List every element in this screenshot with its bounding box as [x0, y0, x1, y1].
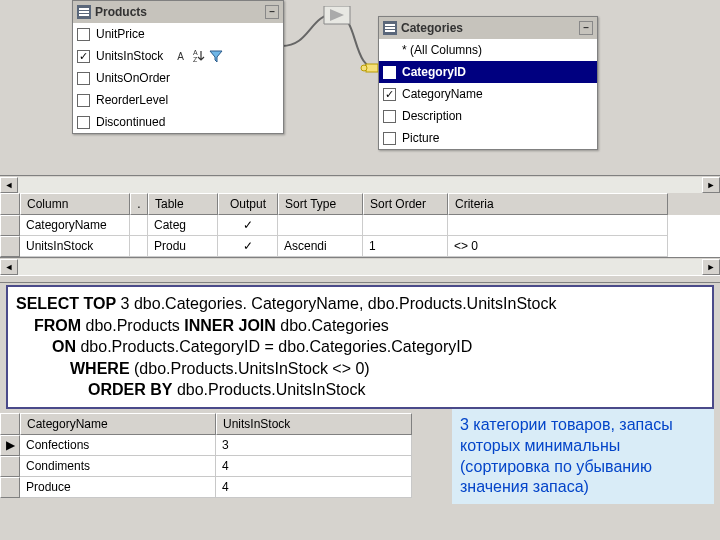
field-list-categories[interactable]: * (All Columns) CategoryID CategoryName …	[379, 39, 597, 149]
field-row[interactable]: CategoryName	[379, 83, 597, 105]
cell-dots[interactable]	[130, 215, 148, 236]
criteria-row[interactable]: CategoryName Categ ✓	[0, 215, 720, 236]
cell-sortorder[interactable]	[363, 215, 448, 236]
cell-output[interactable]: ✓	[218, 236, 278, 257]
results-col-category[interactable]: CategoryName	[20, 413, 216, 435]
checkbox[interactable]	[383, 88, 396, 101]
scroll-right-button[interactable]: ►	[702, 177, 720, 193]
svg-marker-1	[330, 9, 344, 21]
svg-point-3	[361, 65, 367, 71]
diagram-scrollbar[interactable]: ◄ ►	[0, 175, 720, 193]
scroll-right-button[interactable]: ►	[702, 259, 720, 275]
row-selector-header	[0, 413, 20, 435]
titlebar-products[interactable]: Products –	[73, 1, 283, 23]
cell-stock[interactable]: 4	[216, 477, 412, 498]
checkbox[interactable]	[77, 116, 90, 129]
field-row[interactable]: Description	[379, 105, 597, 127]
cell-table[interactable]: Produ	[148, 236, 218, 257]
cell-column[interactable]: UnitsInStock	[20, 236, 130, 257]
grid-scrollbar[interactable]: ◄ ►	[0, 257, 720, 275]
cell-sortorder[interactable]: 1	[363, 236, 448, 257]
cell-sorttype[interactable]	[278, 215, 363, 236]
checkbox[interactable]	[77, 94, 90, 107]
cell-criteria[interactable]	[448, 215, 668, 236]
checkbox[interactable]	[77, 50, 90, 63]
col-header-table[interactable]: Table	[148, 193, 218, 215]
cell-category[interactable]: Condiments	[20, 456, 216, 477]
row-selector[interactable]	[0, 236, 20, 257]
cell-category[interactable]: Produce	[20, 477, 216, 498]
field-row[interactable]: * (All Columns)	[379, 39, 597, 61]
field-row[interactable]: UnitsInStock A A Z	[73, 45, 283, 67]
field-row-selected[interactable]: CategoryID	[379, 61, 597, 83]
field-list-products[interactable]: UnitPrice UnitsInStock A A Z UnitsOnOrde…	[73, 23, 283, 133]
svg-text:Z: Z	[193, 56, 198, 63]
cell-criteria[interactable]: <> 0	[448, 236, 668, 257]
join-connector	[280, 6, 390, 96]
sql-pane[interactable]: SELECT TOP 3 dbo.Categories. CategoryNam…	[6, 285, 714, 409]
table-title: Categories	[401, 21, 463, 35]
col-header-sorttype[interactable]: Sort Type	[278, 193, 363, 215]
field-row[interactable]: Picture	[379, 127, 597, 149]
checkbox[interactable]	[77, 28, 90, 41]
pane-divider[interactable]	[0, 275, 720, 283]
field-row[interactable]: ReorderLevel	[73, 89, 283, 111]
cell-sorttype[interactable]: Ascendi	[278, 236, 363, 257]
cell-category[interactable]: Confections	[20, 435, 216, 456]
cell-dots[interactable]	[130, 236, 148, 257]
field-label: CategoryID	[402, 65, 466, 79]
row-selector-current[interactable]: ▶	[0, 435, 20, 456]
col-header-column[interactable]: Column	[20, 193, 130, 215]
col-header-output[interactable]: Output	[218, 193, 278, 215]
filter-icon	[209, 49, 223, 63]
row-selector[interactable]	[0, 456, 20, 477]
field-label: Description	[402, 109, 462, 123]
results-row[interactable]: ▶ Confections 3	[0, 435, 430, 456]
svg-rect-2	[366, 64, 378, 72]
minimize-button[interactable]: –	[579, 21, 593, 35]
results-row[interactable]: Condiments 4	[0, 456, 430, 477]
checkbox[interactable]	[383, 132, 396, 145]
cell-output[interactable]: ✓	[218, 215, 278, 236]
row-selector[interactable]	[0, 477, 20, 498]
minimize-button[interactable]: –	[265, 5, 279, 19]
table-icon	[77, 5, 91, 19]
cell-column[interactable]: CategoryName	[20, 215, 130, 236]
scroll-track[interactable]	[18, 259, 702, 275]
col-header-criteria[interactable]: Criteria	[448, 193, 668, 215]
results-header: CategoryName UnitsInStock	[0, 413, 430, 435]
table-box-products[interactable]: Products – UnitPrice UnitsInStock A A Z	[72, 0, 284, 134]
scroll-track[interactable]	[18, 177, 702, 193]
sql-line: ON dbo.Products.CategoryID = dbo.Categor…	[16, 336, 704, 358]
field-label: UnitsOnOrder	[96, 71, 170, 85]
field-label: ReorderLevel	[96, 93, 168, 107]
titlebar-categories[interactable]: Categories –	[379, 17, 597, 39]
criteria-grid[interactable]: Column . Table Output Sort Type Sort Ord…	[0, 193, 720, 257]
field-label: Discontinued	[96, 115, 165, 129]
diagram-pane: Products – UnitPrice UnitsInStock A A Z	[0, 0, 720, 175]
col-header-sortorder[interactable]: Sort Order	[363, 193, 448, 215]
field-row[interactable]: Discontinued	[73, 111, 283, 133]
results-area: CategoryName UnitsInStock ▶ Confections …	[0, 413, 720, 498]
scroll-left-button[interactable]: ◄	[0, 177, 18, 193]
field-label: * (All Columns)	[402, 43, 482, 57]
sql-line: FROM dbo.Products INNER JOIN dbo.Categor…	[16, 315, 704, 337]
table-box-categories[interactable]: Categories – * (All Columns) CategoryID …	[378, 16, 598, 150]
field-row[interactable]: UnitsOnOrder	[73, 67, 283, 89]
cell-stock[interactable]: 3	[216, 435, 412, 456]
checkbox[interactable]	[383, 110, 396, 123]
checkbox[interactable]	[383, 66, 396, 79]
field-label: CategoryName	[402, 87, 483, 101]
row-selector[interactable]	[0, 215, 20, 236]
criteria-row[interactable]: UnitsInStock Produ ✓ Ascendi 1 <> 0	[0, 236, 720, 257]
checkbox[interactable]	[77, 72, 90, 85]
cell-table[interactable]: Categ	[148, 215, 218, 236]
results-grid[interactable]: CategoryName UnitsInStock ▶ Confections …	[0, 413, 430, 498]
col-header-dots[interactable]: .	[130, 193, 148, 215]
results-col-stock[interactable]: UnitsInStock	[216, 413, 412, 435]
results-row[interactable]: Produce 4	[0, 477, 430, 498]
field-label: UnitsInStock	[96, 49, 163, 63]
field-row[interactable]: UnitPrice	[73, 23, 283, 45]
scroll-left-button[interactable]: ◄	[0, 259, 18, 275]
cell-stock[interactable]: 4	[216, 456, 412, 477]
